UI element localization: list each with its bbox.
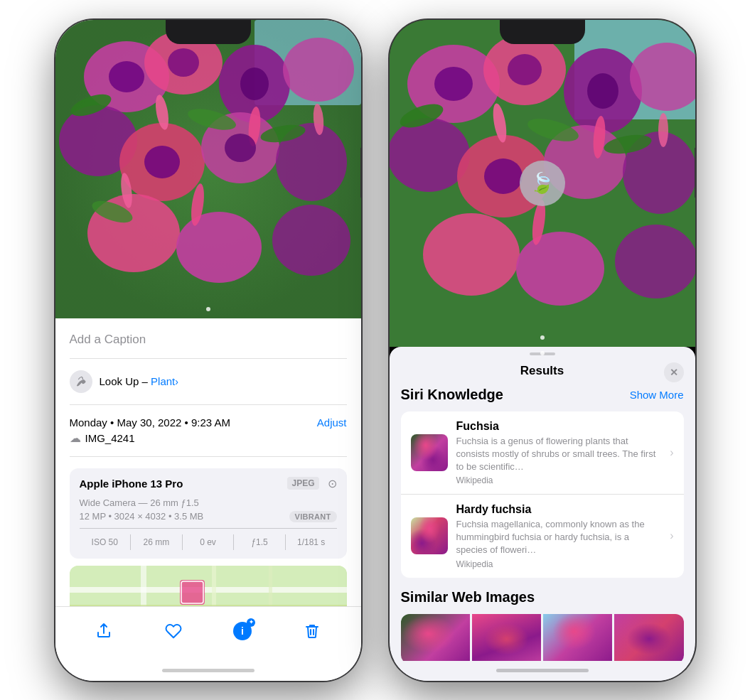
date-text: Monday • May 30, 2022 • 9:23 AM [70,416,230,429]
camera-details: Wide Camera — 26 mm ƒ1.5 [80,497,337,508]
svg-point-59 [484,158,523,194]
fuchsia-description: Fuchsia is a genus of flowering plants t… [456,435,662,474]
svg-rect-33 [70,605,347,606]
right-flower-photo[interactable]: 🍃 [390,20,695,347]
exif-focal: 26 mm [131,534,183,550]
similar-image-3[interactable] [543,614,612,661]
jpeg-badge: JPEG [287,477,318,490]
right-home-bar [496,669,589,672]
caption-input[interactable]: Add a Caption [70,330,347,359]
similar-image-4[interactable] [614,614,683,661]
results-title: Results [520,364,564,378]
svg-point-56 [434,67,473,101]
home-bar [162,669,255,672]
siri-knowledge-header: Siri Knowledge Show More [401,384,684,403]
fuchsia-source: Wikipedia [456,475,662,485]
svg-rect-34 [180,580,205,605]
cloud-icon: ☁ [70,431,81,445]
photo-info-panel: Add a Caption Look Up – Plant› Monday • … [55,318,361,606]
share-button[interactable] [88,615,119,647]
similar-image-2[interactable] [472,614,541,661]
svg-point-50 [516,232,604,306]
svg-point-49 [423,213,520,296]
camera-card: Apple iPhone 13 Pro JPEG ⊙ Wide Camera —… [70,468,347,559]
similar-web-section: Similar Web Images [401,589,684,661]
adjust-button[interactable]: Adjust [317,416,347,429]
camera-settings-icon[interactable]: ⊙ [328,477,337,490]
close-button[interactable]: ✕ [664,362,684,382]
svg-rect-32 [269,566,272,606]
fuchsia-chevron-icon: › [670,446,673,459]
similar-images-grid[interactable] [401,614,684,661]
fuchsia-thumbnail [411,434,448,471]
delete-button[interactable] [296,615,328,647]
svg-rect-28 [70,566,347,606]
svg-rect-31 [212,566,216,606]
exif-iso: ISO 50 [80,534,132,550]
map-preview[interactable] [70,566,347,606]
svg-point-51 [615,225,695,298]
svg-point-13 [272,205,350,276]
svg-point-22 [144,146,180,178]
right-phone: 🍃 Results ✕ Siri Knowledge Show More [390,20,695,681]
svg-text:i: i [241,625,244,637]
fuchsia-name: Fuchsia [456,420,662,433]
svg-point-58 [587,73,618,109]
lookup-icon [70,370,92,393]
siri-icon: 🍃 [520,161,565,206]
hardy-fuchsia-description: Fuchsia magellanica, commonly known as t… [456,518,662,557]
svg-point-21 [240,68,269,100]
exif-row: ISO 50 26 mm 0 ev ƒ1.5 1/181 s [80,528,337,550]
date-section: Monday • May 30, 2022 • 9:23 AM Adjust ☁… [70,416,347,457]
mp-text: 12 MP • 3024 × 4032 • 3.5 MB [80,511,204,522]
similar-image-1[interactable] [401,614,470,661]
siri-leaf-icon: 🍃 [530,171,555,195]
right-phone-notch [500,20,585,44]
flower-photo[interactable] [55,20,361,318]
bottom-toolbar: i ✦ ✦ [55,606,361,661]
exif-shutter: 1/181 s [286,534,337,550]
similar-web-title: Similar Web Images [401,589,684,605]
lookup-row[interactable]: Look Up – Plant› [70,370,347,405]
phone-notch [166,20,251,44]
camera-header: Apple iPhone 13 Pro JPEG ⊙ [80,477,337,490]
svg-point-19 [109,61,144,92]
show-more-button[interactable]: Show More [630,389,684,401]
hardy-fuchsia-name: Hardy fuchsia [456,503,662,516]
lookup-text: Look Up – Plant› [100,375,178,388]
results-header: Results ✕ [390,355,695,384]
hardy-fuchsia-info: Hardy fuchsia Fuchsia magellanica, commo… [456,503,662,569]
results-content: Siri Knowledge Show More Fuchsia Fuchsia… [390,384,695,661]
svg-point-12 [176,212,262,283]
knowledge-card: Fuchsia Fuchsia is a genus of flowering … [401,411,684,578]
mp-row: 12 MP • 3024 × 4032 • 3.5 MB VIBRANT [80,511,337,522]
right-phone-screen: 🍃 Results ✕ Siri Knowledge Show More [390,20,695,681]
svg-point-23 [225,134,256,162]
filename-text: IMG_4241 [85,432,135,444]
home-indicator [55,661,361,681]
left-phone-screen: Add a Caption Look Up – Plant› Monday • … [55,20,361,681]
pagination-dot [206,307,210,311]
location-row: ☁ IMG_4241 [70,431,347,457]
svg-point-57 [508,54,542,85]
knowledge-item-hardy-fuchsia[interactable]: Hardy fuchsia Fuchsia magellanica, commo… [401,495,684,578]
svg-point-20 [168,48,199,77]
knowledge-item-fuchsia[interactable]: Fuchsia Fuchsia is a genus of flowering … [401,411,684,495]
like-button[interactable] [158,615,189,647]
hardy-fuchsia-thumbnail [411,517,448,554]
svg-rect-30 [141,566,146,606]
hardy-fuchsia-source: Wikipedia [456,559,662,569]
right-home-indicator [390,661,695,681]
vibrant-badge: VIBRANT [289,511,337,522]
svg-point-6 [283,38,354,102]
fuchsia-info: Fuchsia Fuchsia is a genus of flowering … [456,420,662,486]
siri-knowledge-title: Siri Knowledge [401,387,503,403]
hardy-fuchsia-chevron-icon: › [670,529,673,542]
exif-ev: 0 ev [183,534,235,550]
results-panel: Results ✕ Siri Knowledge Show More [390,347,695,681]
exif-aperture: ƒ1.5 [234,534,286,550]
svg-rect-29 [70,587,347,593]
left-phone: Add a Caption Look Up – Plant› Monday • … [55,20,361,681]
right-pagination-dot [540,335,545,340]
info-button[interactable]: i ✦ ✦ [227,615,258,647]
